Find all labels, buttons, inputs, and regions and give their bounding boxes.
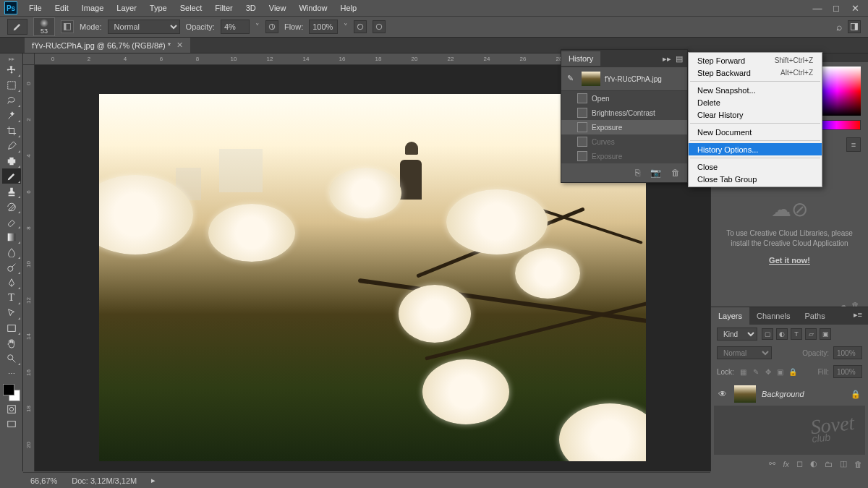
layer-thumbnail[interactable]	[734, 385, 756, 403]
marquee-tool[interactable]	[2, 77, 21, 93]
delete-layer-icon[interactable]: 🗑	[854, 460, 862, 468]
color-swatches[interactable]	[3, 384, 20, 401]
eraser-tool[interactable]	[2, 214, 21, 229]
flow-input[interactable]	[309, 20, 338, 34]
filter-smart-icon[interactable]: ▣	[820, 328, 831, 340]
filter-pixel-icon[interactable]: ▢	[762, 328, 773, 340]
magic-wand-tool[interactable]	[2, 108, 21, 123]
screen-mode-button[interactable]	[2, 416, 21, 432]
stamp-tool[interactable]	[2, 184, 21, 199]
menu-view[interactable]: View	[263, 2, 292, 14]
menu-edit[interactable]: Edit	[49, 2, 75, 14]
context-menu-item[interactable]: Step BackwardAlt+Ctrl+Z	[689, 67, 822, 79]
history-state[interactable]: Brightness/Contrast	[561, 106, 687, 120]
tab-paths[interactable]: Paths	[798, 307, 833, 325]
lasso-tool[interactable]	[2, 93, 21, 108]
document-tab[interactable]: fYv-RUcCPhA.jpg @ 66,7% (RGB/8#) * ✕	[25, 38, 190, 53]
menu-file[interactable]: File	[23, 2, 48, 14]
context-menu-item[interactable]: Close Tab Group	[689, 173, 822, 185]
history-tab[interactable]: History	[561, 51, 600, 66]
lock-brush-icon[interactable]: ✎	[751, 367, 761, 377]
layer-visibility-icon[interactable]: 👁	[718, 389, 728, 399]
panel-menu-btn[interactable]: ≡	[846, 137, 861, 152]
history-collapse-icon[interactable]: ▸▸	[663, 54, 671, 64]
delete-state-icon[interactable]: 🗑	[671, 168, 680, 178]
layer-row[interactable]: 👁 Background 🔒	[714, 382, 865, 406]
opacity-dropdown[interactable]: ˅	[255, 22, 260, 32]
pressure-opacity-button[interactable]	[265, 20, 278, 33]
new-doc-from-state-icon[interactable]: ⎘	[635, 168, 640, 178]
context-menu-item[interactable]: Delete	[689, 96, 822, 108]
layer-filter-kind[interactable]: Kind	[717, 328, 757, 341]
toolbar-collapse[interactable]: ▸▸	[2, 55, 21, 62]
tab-channels[interactable]: Channels	[749, 307, 797, 325]
minimize-button[interactable]: ―	[812, 3, 823, 14]
filter-adjust-icon[interactable]: ◐	[776, 328, 788, 340]
history-state[interactable]: Curves	[561, 134, 687, 149]
doc-size[interactable]: Doc: 3,12M/3,12M	[72, 476, 137, 485]
menu-select[interactable]: Select	[174, 2, 208, 14]
flow-dropdown[interactable]: ˅	[344, 22, 348, 32]
history-state[interactable]: Exposure	[561, 149, 687, 163]
menu-filter[interactable]: Filter	[209, 2, 238, 14]
foreground-color[interactable]	[3, 384, 14, 395]
menu-3d[interactable]: 3D	[240, 2, 262, 14]
menu-layer[interactable]: Layer	[111, 2, 142, 14]
layer-mask-icon[interactable]: ◻	[796, 459, 803, 468]
workspace-switcher[interactable]	[848, 20, 861, 33]
menu-help[interactable]: Help	[335, 2, 363, 14]
opacity-input[interactable]	[221, 20, 250, 34]
status-arrow[interactable]: ▸	[151, 476, 156, 485]
quick-mask-button[interactable]	[2, 401, 21, 416]
layer-blend-select[interactable]: Normal	[717, 346, 772, 359]
close-button[interactable]: ✕	[849, 3, 861, 14]
history-state[interactable]: Exposure	[561, 120, 687, 134]
layer-opacity-input[interactable]	[833, 346, 862, 359]
context-menu-item[interactable]: Clear History	[689, 108, 822, 121]
gradient-tool[interactable]	[2, 229, 21, 244]
airbrush-button[interactable]	[354, 20, 367, 33]
spot-heal-tool[interactable]	[2, 153, 21, 168]
zoom-tool[interactable]	[2, 351, 21, 366]
lock-position-icon[interactable]: ✥	[763, 367, 773, 377]
context-menu-item[interactable]: History Options...	[689, 143, 822, 155]
pen-tool[interactable]	[2, 275, 21, 290]
maximize-button[interactable]: □	[830, 3, 842, 14]
type-tool[interactable]: T	[2, 290, 21, 305]
menu-image[interactable]: Image	[76, 2, 110, 14]
history-state[interactable]: Open	[561, 91, 687, 106]
layer-lock-icon[interactable]: 🔒	[851, 390, 861, 399]
new-layer-icon[interactable]: ◫	[840, 459, 847, 468]
ruler-vertical[interactable]: 024681012141618202224262830	[23, 65, 35, 471]
context-menu-item[interactable]: Step ForwardShift+Ctrl+Z	[689, 54, 822, 67]
layer-group-icon[interactable]: 🗀	[825, 460, 833, 468]
tab-layers[interactable]: Layers	[711, 307, 749, 325]
brush-tool[interactable]	[2, 168, 21, 184]
filter-shape-icon[interactable]: ▱	[805, 328, 817, 340]
eyedropper-tool[interactable]	[2, 138, 21, 153]
menu-window[interactable]: Window	[293, 2, 333, 14]
tool-preset-picker[interactable]	[7, 19, 27, 35]
link-layers-icon[interactable]: ⚯	[769, 459, 775, 468]
layers-panel-menu[interactable]: ▸≡	[848, 307, 868, 325]
history-brush-tool[interactable]	[2, 199, 21, 214]
context-menu-item[interactable]: Close	[689, 160, 822, 173]
lock-artboard-icon[interactable]: ▣	[775, 367, 786, 377]
blend-mode-select[interactable]: Normal	[108, 20, 180, 34]
hand-tool[interactable]	[2, 335, 21, 351]
brush-preset-picker[interactable]: 53	[33, 17, 55, 36]
brush-panel-toggle[interactable]	[61, 20, 74, 33]
layer-name[interactable]: Background	[762, 390, 804, 398]
move-tool[interactable]	[2, 62, 21, 77]
ruler-origin[interactable]	[23, 53, 35, 65]
lock-all-icon[interactable]: 🔒	[788, 367, 798, 377]
dodge-tool[interactable]	[2, 260, 21, 275]
menu-type[interactable]: Type	[144, 2, 173, 14]
adjustment-layer-icon[interactable]: ◐	[810, 459, 817, 468]
history-panel-menu[interactable]: ▤	[676, 54, 683, 64]
rectangle-tool[interactable]	[2, 320, 21, 335]
crop-tool[interactable]	[2, 123, 21, 138]
filter-type-icon[interactable]: T	[791, 328, 802, 340]
context-menu-item[interactable]: New Document	[689, 126, 822, 138]
zoom-level[interactable]: 66,67%	[30, 476, 57, 485]
